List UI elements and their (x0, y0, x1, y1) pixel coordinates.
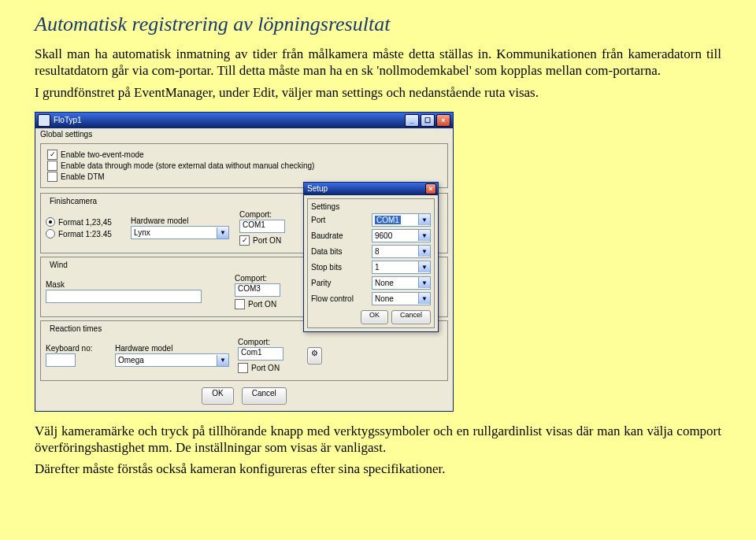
fc-comport-input[interactable]: COM1 (239, 220, 285, 233)
chevron-down-icon: ▼ (217, 355, 228, 366)
minimize-button[interactable]: _ (405, 114, 419, 127)
wind-title: Wind (47, 261, 70, 269)
reaction-porton-checkbox[interactable] (238, 363, 248, 373)
chevron-down-icon: ▼ (418, 293, 430, 304)
paragraph-2: I grundfönstret på EventManager, under E… (35, 84, 721, 101)
app-screenshot: FloTyp1 _ ☐ × Global settings ✓ Enable t… (35, 112, 721, 412)
modal-databits-value: 8 (375, 247, 380, 256)
chevron-down-icon: ▼ (217, 227, 228, 239)
modal-flow-value: None (375, 294, 394, 303)
checkbox-dtm[interactable] (47, 172, 57, 182)
paragraph-3: Välj kameramärke och tryck på tillhörand… (35, 423, 721, 457)
modal-port-value: COM1 (375, 216, 401, 224)
reaction-hw-dropdown[interactable]: Omega ▼ (115, 353, 229, 367)
paragraph-4: Därefter måste förstås också kameran kon… (35, 460, 721, 477)
checkbox-two-event[interactable]: ✓ (47, 150, 57, 160)
checkbox-data-through[interactable] (47, 161, 57, 171)
reaction-comport-label: Comport: (238, 338, 301, 346)
checkbox-data-through-label: Enable data through mode (store external… (61, 161, 314, 170)
fc-hw-value: Lynx (134, 228, 150, 237)
modal-parity-value: None (375, 279, 394, 287)
chevron-down-icon: ▼ (418, 214, 430, 225)
modal-parity-dropdown[interactable]: None ▼ (372, 276, 431, 290)
setup-modal: Setup × Settings Port COM1 ▼ Baudrate (303, 182, 439, 332)
global-settings-label: Global settings (35, 128, 453, 139)
reaction-kbd-label: Keyboard no: (46, 344, 109, 353)
wind-mask-input[interactable] (46, 290, 202, 303)
app-window: FloTyp1 _ ☐ × Global settings ✓ Enable t… (35, 112, 454, 412)
radio-format-2[interactable] (46, 229, 55, 239)
paragraph-1: Skall man ha automatisk inmatning av tid… (35, 46, 721, 80)
finishcamera-title: Finishcamera (47, 197, 99, 205)
modal-parity-label: Parity (311, 279, 332, 287)
wind-comport-label: Comport: (235, 274, 298, 283)
modal-flow-dropdown[interactable]: None ▼ (372, 292, 431, 305)
modal-stopbits-dropdown[interactable]: 1 ▼ (372, 261, 431, 274)
app-icon (38, 114, 50, 127)
radio-format-2-label: Format 1:23.45 (58, 230, 112, 239)
modal-databits-label: Data bits (311, 247, 342, 256)
reaction-hw-label: Hardware model (115, 344, 232, 353)
modal-port-dropdown[interactable]: COM1 ▼ (372, 213, 431, 227)
cancel-button[interactable]: Cancel (242, 387, 287, 405)
reaction-settings-button[interactable]: ⚙ (307, 347, 322, 364)
reaction-kbd-input[interactable] (46, 353, 76, 367)
reaction-comport-input[interactable]: Com1 (238, 347, 284, 361)
modal-baud-label: Baudrate (311, 231, 343, 240)
reaction-hw-value: Omega (118, 356, 144, 364)
maximize-button[interactable]: ☐ (421, 114, 435, 127)
modal-cancel-button[interactable]: Cancel (391, 310, 431, 324)
fc-porton-checkbox[interactable]: ✓ (239, 235, 250, 246)
fc-hw-dropdown[interactable]: Lynx ▼ (131, 226, 229, 239)
wind-mask-label: Mask (46, 280, 228, 289)
page-title: Automatisk registrering av löpningsresul… (35, 13, 721, 36)
chevron-down-icon: ▼ (418, 277, 430, 288)
window-title: FloTyp1 (54, 116, 82, 124)
fc-comport-label: Comport: (239, 210, 302, 219)
modal-close-button[interactable]: × (425, 183, 436, 194)
modal-baud-value: 9600 (375, 231, 392, 240)
modal-databits-dropdown[interactable]: 8 ▼ (372, 245, 431, 258)
reaction-title: Reaction times (47, 324, 104, 333)
wind-porton-label: Port ON (248, 300, 276, 309)
modal-ok-button[interactable]: OK (361, 310, 388, 324)
wind-comport-input[interactable]: COM3 (235, 283, 280, 297)
window-titlebar: FloTyp1 _ ☐ × (35, 113, 453, 128)
fc-porton-label: Port ON (253, 236, 281, 245)
checkbox-dtm-label: Enable DTM (61, 172, 105, 181)
chevron-down-icon: ▼ (418, 246, 430, 257)
modal-settings-label: Settings (311, 202, 431, 211)
modal-stopbits-value: 1 (375, 263, 380, 272)
wind-porton-checkbox[interactable] (235, 299, 245, 309)
modal-stopbits-label: Stop bits (311, 263, 342, 272)
modal-port-label: Port (311, 216, 325, 224)
modal-flow-label: Flow control (311, 294, 354, 303)
modal-title-text: Setup (307, 184, 328, 193)
radio-format-1-label: Format 1,23,45 (58, 218, 112, 227)
chevron-down-icon: ▼ (418, 261, 430, 272)
ok-button[interactable]: OK (202, 387, 233, 405)
radio-format-1[interactable] (46, 217, 55, 227)
modal-baud-dropdown[interactable]: 9600 ▼ (372, 229, 431, 242)
chevron-down-icon: ▼ (418, 230, 430, 241)
checkbox-two-event-label: Enable two-event-mode (61, 150, 144, 159)
reaction-porton-label: Port ON (251, 364, 280, 372)
fc-hw-label: Hardware model (131, 216, 233, 225)
close-button[interactable]: × (436, 114, 450, 127)
